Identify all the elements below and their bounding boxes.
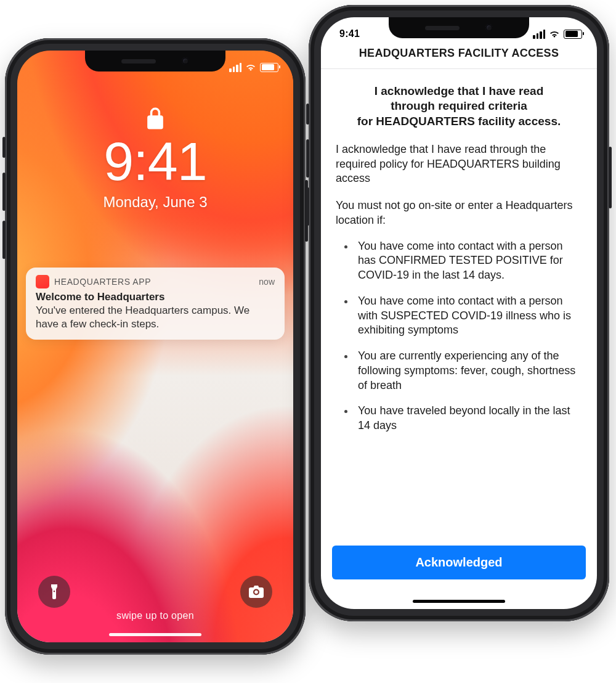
mute-switch[interactable] bbox=[306, 104, 309, 125]
swipe-hint: swipe up to open bbox=[17, 610, 293, 621]
device-notch bbox=[85, 51, 225, 72]
cellular-signal-icon bbox=[229, 63, 241, 72]
policy-paragraph: I acknowledge that I have read through t… bbox=[336, 142, 582, 186]
home-indicator[interactable] bbox=[109, 633, 201, 636]
device-notch bbox=[389, 17, 529, 38]
wifi-icon bbox=[549, 30, 560, 38]
notification-app-icon bbox=[36, 275, 49, 288]
volume-up-button[interactable] bbox=[2, 173, 6, 211]
speaker-slot bbox=[121, 59, 156, 63]
phone-frame-app: 9:41 HEADQUARTERS FACILITY ACCESS I ackn… bbox=[309, 5, 609, 621]
power-button[interactable] bbox=[609, 147, 612, 208]
list-item: You are currently experiencing any of th… bbox=[354, 349, 582, 393]
front-camera bbox=[182, 57, 189, 65]
volume-down-button[interactable] bbox=[306, 187, 309, 226]
volume-up-button[interactable] bbox=[306, 139, 309, 178]
policy-content: I acknowledge that I have read through r… bbox=[321, 69, 597, 542]
battery-icon bbox=[260, 63, 278, 72]
notification-timestamp: now bbox=[259, 277, 275, 287]
camera-button[interactable] bbox=[240, 576, 272, 608]
list-item: You have come into contact with a person… bbox=[354, 239, 582, 283]
mute-switch[interactable] bbox=[2, 137, 6, 158]
battery-icon bbox=[564, 30, 582, 39]
phone-frame-lockscreen: 9:41 Monday, June 3 HEADQUARTERS APP now… bbox=[5, 38, 306, 655]
acknowledgement-heading: I acknowledge that I have read through r… bbox=[341, 84, 577, 129]
notification-body: You've entered the Headquarters campus. … bbox=[36, 304, 275, 331]
lockscreen: 9:41 Monday, June 3 HEADQUARTERS APP now… bbox=[17, 51, 293, 642]
front-camera bbox=[485, 24, 493, 31]
home-indicator[interactable] bbox=[413, 600, 505, 603]
speaker-slot bbox=[425, 26, 460, 30]
wifi-icon bbox=[245, 63, 256, 72]
lock-icon bbox=[147, 107, 164, 132]
lockscreen-time: 9:41 bbox=[17, 134, 293, 189]
status-time: 9:41 bbox=[339, 28, 360, 39]
lockscreen-date: Monday, June 3 bbox=[17, 194, 293, 211]
list-item: You have come into contact with a person… bbox=[354, 294, 582, 338]
policy-criteria-list: You have come into contact with a person… bbox=[336, 239, 582, 433]
policy-lead: You must not go on-site or enter a Headq… bbox=[336, 198, 582, 228]
flashlight-button[interactable] bbox=[38, 576, 70, 608]
notification-card[interactable]: HEADQUARTERS APP now Welcome to Headquar… bbox=[26, 268, 285, 340]
app-screen: 9:41 HEADQUARTERS FACILITY ACCESS I ackn… bbox=[321, 17, 597, 609]
cellular-signal-icon bbox=[533, 30, 545, 39]
notification-app-name: HEADQUARTERS APP bbox=[54, 277, 151, 287]
acknowledged-button[interactable]: Acknowledged bbox=[332, 546, 586, 579]
list-item: You have traveled beyond locally in the … bbox=[354, 404, 582, 433]
notification-title: Welcome to Headquarters bbox=[36, 291, 275, 303]
volume-down-button[interactable] bbox=[2, 221, 6, 259]
